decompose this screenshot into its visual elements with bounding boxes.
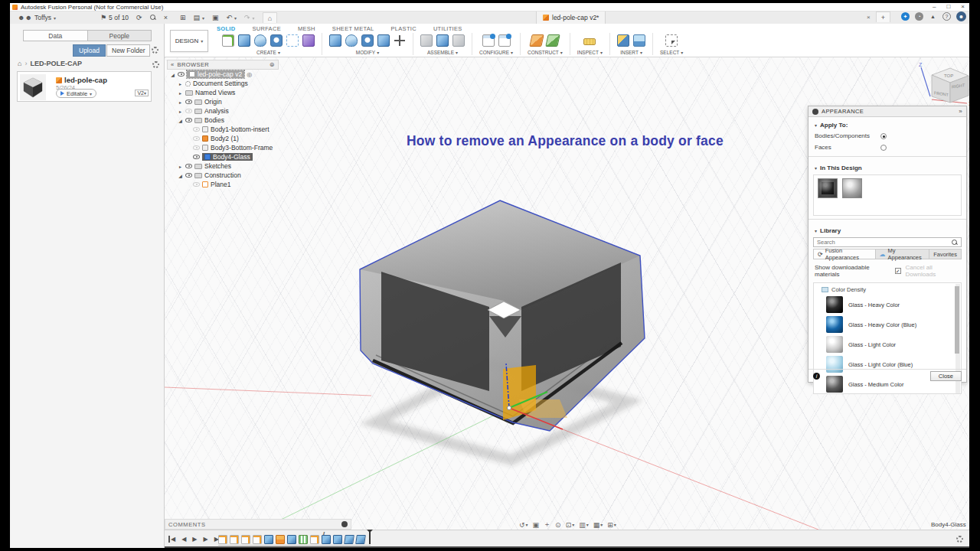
zoom-icon[interactable]: ⊙ xyxy=(555,521,561,529)
library-item[interactable]: Glass - Heavy Color xyxy=(814,295,961,315)
new-tab-button[interactable]: + xyxy=(876,11,890,22)
viewport[interactable]: How to remove an Appearance on a body or… xyxy=(165,57,969,530)
home-tab[interactable]: ⌂ xyxy=(263,12,277,23)
joint-icon[interactable] xyxy=(420,34,433,47)
tab-people[interactable]: People xyxy=(87,31,152,41)
show-downloadable-checkbox[interactable]: ✓ xyxy=(895,268,901,274)
visibility-eye-icon[interactable] xyxy=(185,109,192,113)
configuration-table-icon[interactable] xyxy=(482,34,495,47)
visibility-eye-icon[interactable] xyxy=(193,155,200,159)
expand-icon[interactable]: ◢ xyxy=(178,118,183,123)
library-item[interactable]: Glass - Light Color xyxy=(814,334,961,354)
measure-icon[interactable] xyxy=(583,38,596,45)
glass-gray-swatch[interactable] xyxy=(842,178,862,198)
visibility-eye-icon[interactable] xyxy=(193,145,200,150)
select-window-icon[interactable] xyxy=(665,34,678,47)
timeline-extrude-icon[interactable] xyxy=(264,535,273,544)
select-menu[interactable]: SELECT▾ xyxy=(660,50,683,55)
tab-data[interactable]: Data xyxy=(24,31,87,41)
expand-icon[interactable]: ▸ xyxy=(178,81,183,86)
editable-status-dropdown[interactable]: Editable ▾ xyxy=(56,89,96,98)
assemble-menu[interactable]: ASSEMBLE▾ xyxy=(427,50,458,55)
tab-favorites[interactable]: Favorites xyxy=(929,249,961,259)
display-settings-icon[interactable]: ▥▾ xyxy=(579,521,589,529)
apply-to-bodies-option[interactable]: Bodies/Components xyxy=(808,130,966,142)
minimize-button[interactable]: – xyxy=(933,3,936,10)
dialog-detach-icon[interactable]: » xyxy=(959,108,962,115)
selected-body-chip[interactable]: Body4-Glass xyxy=(202,153,253,161)
press-pull-icon[interactable] xyxy=(329,34,341,47)
close-tab-button[interactable]: × xyxy=(867,14,871,21)
new-component-icon[interactable] xyxy=(436,34,449,47)
scrollbar-thumb[interactable] xyxy=(955,286,959,354)
go-to-start-button[interactable]: ◀ xyxy=(168,536,175,543)
tab-plastic[interactable]: PLASTIC xyxy=(391,25,416,32)
tab-my-appearances[interactable]: ☁ My Appearances xyxy=(876,249,930,259)
account-menu[interactable]: ☻☻ Toffys ▾ xyxy=(18,14,56,21)
tree-row-body4-selected[interactable]: Body4-Glass xyxy=(167,152,279,161)
visibility-eye-icon[interactable] xyxy=(185,118,192,122)
apply-to-section-header[interactable]: ▾ Apply To: xyxy=(808,117,966,130)
configure-menu[interactable]: CONFIGURE▾ xyxy=(479,50,513,55)
create-sketch-icon[interactable] xyxy=(222,34,234,47)
timeline-extrude-icon[interactable] xyxy=(287,535,296,544)
timeline-playhead[interactable] xyxy=(369,532,371,544)
visibility-eye-icon[interactable] xyxy=(193,136,200,141)
origin-point[interactable] xyxy=(507,406,511,409)
tree-row-body1[interactable]: Body1-bottom-insert xyxy=(167,125,279,134)
close-button[interactable]: Close xyxy=(930,371,962,381)
apps-grid-button[interactable]: ⊞ xyxy=(180,14,186,21)
expand-icon[interactable]: ▸ xyxy=(178,99,183,105)
job-status[interactable]: ⚑ 5 of 10 xyxy=(100,14,129,21)
display-filter-icon[interactable]: ⊜ xyxy=(270,61,275,68)
tab-fusion-appearances[interactable]: ⟳ Fusion Appearances xyxy=(814,249,876,259)
tab-surface[interactable]: SURFACE xyxy=(252,25,281,32)
avatar[interactable]: ☻ xyxy=(956,11,966,21)
in-design-section-header[interactable]: ▾ In This Design xyxy=(808,160,966,173)
form-icon[interactable] xyxy=(254,34,266,47)
modify-menu[interactable]: MODIFY▾ xyxy=(356,50,379,55)
help-icon[interactable]: ? xyxy=(942,12,951,21)
step-back-button[interactable]: ◀ xyxy=(181,536,186,543)
close-window-button[interactable]: × xyxy=(961,3,965,10)
rigid-group-icon[interactable] xyxy=(452,34,465,47)
file-menu[interactable]: ▤▾ xyxy=(193,14,204,21)
inspect-menu[interactable]: INSPECT▾ xyxy=(577,50,603,55)
tree-row-sketches[interactable]: ▸ Sketches xyxy=(167,161,279,171)
radio-bodies-components[interactable] xyxy=(880,133,887,139)
timeline-extrude-grouped-icon[interactable]: /// xyxy=(322,535,331,544)
timeline-sketch-icon[interactable] xyxy=(241,535,250,544)
timeline-sketch-icon[interactable] xyxy=(253,535,262,544)
timeline-form-feature-icon[interactable] xyxy=(299,535,308,544)
timeline-sketch-icon[interactable] xyxy=(310,535,319,544)
insert-derive-icon[interactable] xyxy=(617,34,629,47)
visibility-eye-icon[interactable] xyxy=(185,164,192,168)
cancel-downloads-link[interactable]: Cancel all Downloads xyxy=(906,264,960,278)
combine-icon[interactable] xyxy=(377,34,390,47)
offset-plane-icon[interactable] xyxy=(530,34,544,47)
library-item[interactable]: Glass - Heavy Color (Blue) xyxy=(814,315,961,334)
construct-menu[interactable]: CONSTRUCT▾ xyxy=(528,50,563,55)
expand-icon[interactable]: ▸ xyxy=(178,109,183,114)
document-tab[interactable]: led-pole-cap v2* xyxy=(536,11,606,24)
gear-icon[interactable] xyxy=(152,47,158,54)
visibility-eye-icon[interactable] xyxy=(193,127,200,132)
job-queue-icon[interactable]: ◔ xyxy=(915,12,923,21)
timeline-extrude-icon[interactable] xyxy=(344,535,354,544)
tree-row-construction[interactable]: ◢ Construction xyxy=(167,171,279,180)
rectangular-pattern-icon[interactable] xyxy=(286,34,299,47)
tab-solid[interactable]: SOLID xyxy=(217,25,235,32)
tree-row-root[interactable]: ◢ led-pole-cap v2 ◎ xyxy=(167,70,279,79)
move-copy-icon[interactable] xyxy=(394,34,406,47)
tree-row-body2[interactable]: Body2 (1) xyxy=(167,134,279,143)
visibility-eye-icon[interactable] xyxy=(178,72,185,77)
collapse-panel-icon[interactable]: « xyxy=(171,61,175,68)
apply-to-faces-option[interactable]: Faces xyxy=(808,142,966,153)
visibility-eye-icon[interactable] xyxy=(193,182,200,187)
pan-icon[interactable]: ＋ xyxy=(544,520,550,530)
extensions-icon[interactable]: ✦ xyxy=(901,12,910,21)
new-folder-button[interactable]: New Folder xyxy=(106,44,150,57)
plane-at-angle-icon[interactable] xyxy=(546,34,560,47)
timeline-settings-gear-icon[interactable] xyxy=(956,536,963,543)
timeline-extrude-icon[interactable] xyxy=(333,535,342,544)
